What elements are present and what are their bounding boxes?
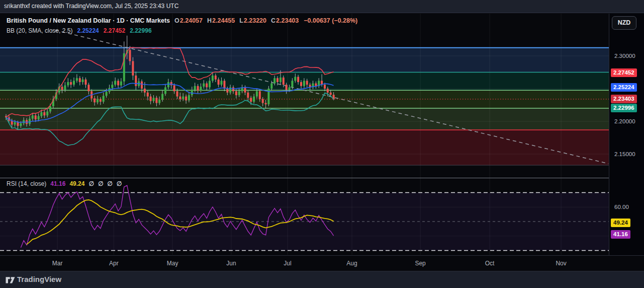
axis-price-badge: 49.24 — [611, 219, 630, 227]
time-axis-month-label: Mar — [52, 260, 63, 267]
ohlc-field-value: 2.24057 — [180, 17, 203, 24]
tradingview-logo-icon[interactable] — [5, 276, 16, 284]
footer-bar: TradingView — [0, 271, 644, 288]
chart-canvas[interactable] — [0, 0, 609, 272]
ohlc-field-label: H — [207, 17, 212, 24]
time-axis-month-label: Nov — [556, 260, 566, 267]
rsi-empty-value: ∅ — [98, 180, 103, 187]
price-axis-scale[interactable]: NZD 2.300002.200002.1500060.002.274522.2… — [609, 14, 644, 255]
axis-price-badge: 2.27452 — [611, 68, 637, 77]
time-axis-month-label: May — [167, 260, 178, 267]
time-axis-month-label: Sep — [415, 260, 425, 267]
ohlc-field-label: C — [271, 17, 275, 24]
ohlc-field-value: 2.24455 — [212, 17, 235, 24]
tradingview-brand-text[interactable]: TradingView — [17, 275, 61, 283]
bb-indicator-row[interactable]: BB (20, SMA, close, 2.5)2.252242.274522.… — [7, 27, 152, 34]
bb-indicator-values: 2.252242.274522.22996 — [72, 27, 151, 34]
rsi-empty-value: ∅ — [107, 180, 112, 187]
tradingview-chart-window: srikanthxf created with TradingView.com,… — [0, 0, 644, 288]
symbol-title: British Pound / New Zealand Dollar · 1D … — [7, 17, 170, 24]
ohlc-field-label: O — [174, 17, 179, 24]
axis-price-badge: 41.16 — [611, 230, 630, 239]
rsi-empty-value: ∅ — [88, 180, 94, 187]
rsi-empty-value: ∅ — [117, 180, 122, 187]
ohlc-field-label: L — [239, 17, 243, 24]
axis-price-badge: 2.25224 — [611, 83, 637, 92]
rsi-ma-value: 49.24 — [69, 180, 84, 187]
symbol-legend-row[interactable]: British Pound / New Zealand Dollar · 1D … — [7, 17, 357, 24]
time-axis-month-label: Aug — [346, 260, 357, 267]
rsi-indicator-row[interactable]: RSI (14, close)41.1649.24∅∅∅∅ — [7, 180, 122, 187]
rsi-empty-values: ∅∅∅∅ — [84, 180, 122, 187]
axis-grid-label: 60.00 — [614, 204, 629, 210]
ohlc-field-value: 2.23403 — [276, 17, 299, 24]
change-value: −0.00637 (−0.28%) — [304, 17, 357, 24]
rsi-fast-value: 41.16 — [50, 180, 65, 187]
axis-price-badge: 2.22996 — [611, 104, 637, 112]
bb-value: 2.25224 — [77, 27, 99, 34]
rsi-indicator-label: RSI (14, close) — [7, 180, 46, 187]
time-axis-scale[interactable]: MarAprMayJunJulAugSepOctNov — [0, 255, 644, 271]
axis-grid-label: 2.15000 — [614, 151, 635, 157]
bb-indicator-label: BB (20, SMA, close, 2.5) — [7, 27, 72, 34]
ohlc-values: O2.24057H2.24455L2.23220C2.23403 — [170, 17, 299, 24]
axis-grid-label: 2.30000 — [614, 53, 635, 59]
time-axis-month-label: Oct — [485, 260, 495, 267]
axis-grid-label: 2.20000 — [614, 118, 635, 124]
bb-value: 2.27452 — [104, 27, 125, 34]
time-axis-month-label: Apr — [109, 260, 119, 267]
pane-separator[interactable] — [0, 178, 644, 178]
time-axis-month-label: Jun — [226, 260, 236, 267]
time-axis-month-label: Jul — [284, 260, 291, 267]
ohlc-field-value: 2.23220 — [244, 17, 266, 24]
axis-price-badge: 2.23403 — [611, 95, 637, 103]
currency-toggle-button[interactable]: NZD — [612, 16, 636, 30]
bb-value: 2.22996 — [130, 27, 151, 34]
